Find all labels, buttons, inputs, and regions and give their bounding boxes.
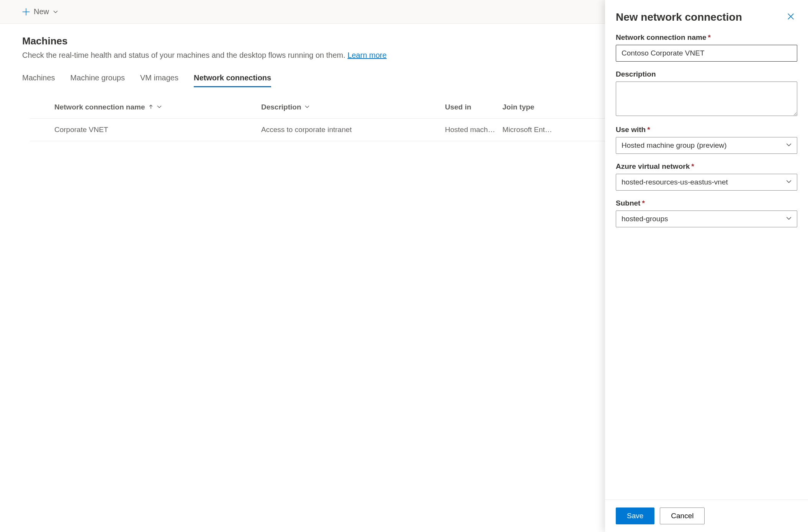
sort-ascending-icon — [148, 103, 154, 111]
field-connection-name: Network connection name* — [616, 33, 797, 62]
label-connection-name: Network connection name* — [616, 33, 797, 42]
panel-header: New network connection — [616, 10, 797, 24]
field-subnet: Subnet* hosted-groups — [616, 199, 797, 227]
select-use-with[interactable]: Hosted machine group (preview) — [616, 137, 797, 154]
label-azure-vnet-text: Azure virtual network — [616, 162, 690, 170]
chevron-down-icon — [157, 103, 162, 111]
new-connection-panel: New network connection Network connectio… — [605, 0, 808, 532]
required-asterisk: * — [691, 162, 694, 170]
input-description[interactable] — [616, 82, 797, 116]
select-azure-vnet-wrap: hosted-resources-us-eastus-vnet — [616, 174, 797, 191]
select-subnet[interactable]: hosted-groups — [616, 211, 797, 227]
page-subtitle-text: Check the real-time health and status of… — [22, 51, 347, 59]
close-button[interactable] — [784, 10, 797, 24]
column-header-description-label: Description — [261, 103, 301, 111]
new-button[interactable]: New — [22, 7, 58, 16]
label-use-with-text: Use with — [616, 126, 646, 134]
tab-network-connections[interactable]: Network connections — [194, 73, 271, 87]
new-button-label: New — [34, 7, 49, 16]
close-icon — [787, 16, 795, 22]
column-header-description[interactable]: Description — [261, 103, 445, 111]
required-asterisk: * — [647, 126, 650, 134]
chevron-down-icon — [304, 103, 310, 111]
cancel-button[interactable]: Cancel — [660, 508, 705, 524]
learn-more-link[interactable]: Learn more — [347, 51, 386, 59]
column-header-join-type-label: Join type — [502, 103, 534, 111]
select-use-with-wrap: Hosted machine group (preview) — [616, 137, 797, 154]
tab-machines[interactable]: Machines — [22, 73, 55, 87]
select-azure-vnet[interactable]: hosted-resources-us-eastus-vnet — [616, 174, 797, 191]
plus-icon — [22, 8, 30, 16]
label-connection-name-text: Network connection name — [616, 33, 707, 41]
panel-body: New network connection Network connectio… — [605, 0, 808, 499]
required-asterisk: * — [642, 199, 644, 207]
tab-machine-groups[interactable]: Machine groups — [70, 73, 125, 87]
field-use-with: Use with* Hosted machine group (preview) — [616, 126, 797, 154]
column-header-join-type[interactable]: Join type — [502, 103, 564, 111]
label-azure-vnet: Azure virtual network* — [616, 162, 797, 171]
save-button[interactable]: Save — [616, 508, 654, 524]
cell-description: Access to corporate intranet — [261, 126, 445, 134]
panel-title: New network connection — [616, 11, 742, 23]
chevron-down-icon — [53, 9, 58, 15]
label-description: Description — [616, 70, 797, 78]
label-subnet-text: Subnet — [616, 199, 640, 207]
column-header-used-in-label: Used in — [445, 103, 471, 111]
label-use-with: Use with* — [616, 126, 797, 134]
label-subnet: Subnet* — [616, 199, 797, 207]
input-connection-name[interactable] — [616, 45, 797, 62]
panel-footer: Save Cancel — [605, 499, 808, 532]
field-description: Description — [616, 70, 797, 117]
cell-name: Corporate VNET — [54, 126, 261, 134]
required-asterisk: * — [708, 33, 711, 41]
column-header-name[interactable]: Network connection name — [54, 103, 261, 111]
cell-join-type: Microsoft Ent… — [502, 126, 564, 134]
column-header-used-in[interactable]: Used in — [445, 103, 502, 111]
column-header-name-label: Network connection name — [54, 103, 145, 111]
tab-vm-images[interactable]: VM images — [140, 73, 178, 87]
select-subnet-wrap: hosted-groups — [616, 211, 797, 227]
cell-used-in: Hosted mach… — [445, 126, 502, 134]
field-azure-vnet: Azure virtual network* hosted-resources-… — [616, 162, 797, 191]
